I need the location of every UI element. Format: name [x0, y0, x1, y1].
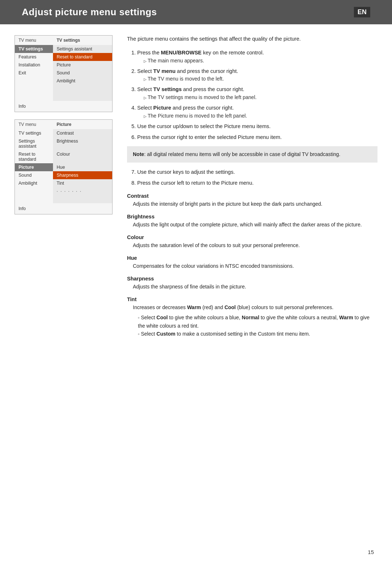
menu1-row-3: Installation Picture [15, 61, 112, 69]
menu1-row2-right: Reset to standard [53, 53, 112, 61]
menu2-dotted: · · · · · · · [53, 187, 112, 195]
menu2-row-8 [15, 195, 112, 203]
page-header: Adjust picture menu settings EN [0, 0, 392, 24]
menu2-row-5: Sound Sharpness [15, 171, 112, 179]
step-8: Press the cursor left to return to the P… [137, 179, 377, 187]
menu1-row4-right: Sound [53, 69, 112, 77]
menu1-row1-right: Settings assistant [53, 45, 112, 53]
left-panel: TV menu TV settings TV settings Settings… [15, 35, 113, 338]
menu2-row4-right: Hue [53, 163, 112, 171]
step-4: Select Picture and press the cursor righ… [137, 104, 377, 120]
menu2-footer: Info [15, 203, 112, 214]
menu1-row4-left: Exit [15, 69, 53, 77]
tv-menu-box-1: TV menu TV settings TV settings Settings… [15, 35, 113, 112]
main-content: TV menu TV settings TV settings Settings… [0, 24, 392, 349]
menu2-row-4: Picture Hue [15, 163, 112, 171]
menu2-header-row: TV menu Picture [15, 120, 112, 129]
menu2-row3-right: Colour [53, 150, 112, 163]
menu1-row-2: Features Reset to standard [15, 53, 112, 61]
menu2-row2-right: Brightness [53, 137, 112, 150]
colour-desc: Adjusts the saturation level of the colo… [133, 242, 377, 249]
menu1-row3-left: Installation [15, 61, 53, 69]
menu1-row5-right: Ambilight [53, 77, 112, 85]
menu2-row5-right: Sharpness [53, 171, 112, 179]
menu2-row-7: · · · · · · · [15, 187, 112, 195]
page-title: Adjust picture menu settings [22, 7, 157, 18]
step-6: Press the cursor right to enter the sele… [137, 134, 377, 142]
menu1-row-6 [15, 85, 112, 93]
menu1-header-row: TV menu TV settings [15, 36, 112, 45]
intro-text: The picture menu contains the settings t… [127, 35, 377, 43]
menu2-row2-left: Settings assistant [15, 137, 53, 150]
menu1-col2-header: TV settings [57, 38, 109, 43]
hue-desc: Compensates for the colour variations in… [133, 262, 377, 270]
menu2-row4-left: Picture [15, 163, 53, 171]
menu1-row-7 [15, 93, 112, 101]
menu2-row5-left: Sound [15, 171, 53, 179]
brightness-desc: Adjusts the light output of the complete… [133, 221, 377, 229]
menu2-row-2: Settings assistant Brightness [15, 137, 112, 150]
tint-bullet-1: Select Cool to give the white colours a … [138, 313, 377, 330]
tint-bullets: Select Cool to give the white colours a … [138, 313, 377, 338]
contrast-desc: Adjusts the intensity of bright parts in… [133, 200, 377, 208]
menu2-row1-right: Contrast [53, 129, 112, 137]
step-5: Use the cursor up/down to select the Pic… [137, 123, 377, 131]
menu1-col1-header: TV menu [19, 38, 57, 43]
colour-title: Colour [127, 234, 377, 240]
sharpness-title: Sharpness [127, 276, 377, 282]
contrast-title: Contrast [127, 193, 377, 199]
tint-bullet-2: Select Custom to make a customised setti… [138, 330, 377, 338]
menu2-row-1: TV settings Contrast [15, 129, 112, 137]
hue-title: Hue [127, 255, 377, 261]
steps-list-2: Use the cursor keys to adjust the settin… [131, 168, 377, 187]
section-hue: Hue Compensates for the colour variation… [127, 255, 377, 270]
menu2-row-3: Reset to standard Colour [15, 150, 112, 163]
page-number: 15 [368, 549, 374, 555]
menu1-footer: Info [15, 101, 112, 112]
menu1-row5-left [15, 77, 53, 85]
menu2-row3-left: Reset to standard [15, 150, 53, 163]
menu1-row-4: Exit Sound [15, 69, 112, 77]
menu2-col2-header: Picture [57, 122, 109, 127]
menu1-row-1: TV settings Settings assistant [15, 45, 112, 53]
sharpness-desc: Adjusts the sharpness of fine details in… [133, 283, 377, 291]
step-2: Select TV menu and press the cursor righ… [137, 67, 377, 83]
menu2-row6-left: Ambilight [15, 179, 53, 187]
section-brightness: Brightness Adjusts the light output of t… [127, 214, 377, 229]
menu2-row-6: Ambilight Tint [15, 179, 112, 187]
right-panel: The picture menu contains the settings t… [123, 35, 377, 338]
section-contrast: Contrast Adjusts the intensity of bright… [127, 193, 377, 208]
step-3: Select TV settings and press the cursor … [137, 86, 377, 101]
language-badge: EN [354, 7, 370, 17]
tv-menu-box-2: TV menu Picture TV settings Contrast Set… [15, 119, 113, 214]
step-7: Use the cursor keys to adjust the settin… [137, 168, 377, 176]
menu1-row-5: Ambilight [15, 77, 112, 85]
section-sharpness: Sharpness Adjusts the sharpness of fine … [127, 276, 377, 291]
tint-title: Tint [127, 296, 377, 302]
menu1-row1-left: TV settings [15, 45, 53, 53]
step-1: Press the MENU/BROWSE key on the remote … [137, 49, 377, 65]
steps-list-1: Press the MENU/BROWSE key on the remote … [131, 49, 377, 142]
note-box: Note: all digital related menu items wil… [127, 146, 377, 163]
menu2-row6-right: Tint [53, 179, 112, 187]
menu2-row1-left: TV settings [15, 129, 53, 137]
menu2-col1-header: TV menu [19, 122, 57, 127]
section-tint: Tint Increases or decreases Warm (red) a… [127, 296, 377, 338]
menu1-row2-left: Features [15, 53, 53, 61]
brightness-title: Brightness [127, 214, 377, 220]
section-colour: Colour Adjusts the saturation level of t… [127, 234, 377, 249]
tint-desc: Increases or decreases Warm (red) and Co… [133, 304, 377, 311]
menu1-row3-right: Picture [53, 61, 112, 69]
